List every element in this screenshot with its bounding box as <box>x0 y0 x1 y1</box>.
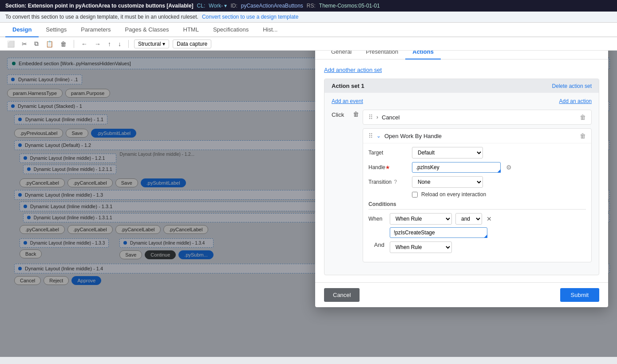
target-row: Target Default Modal Tab <box>368 147 586 158</box>
tab-bar: Design Settings Parameters Pages & Class… <box>0 23 617 37</box>
when-value-row-1 <box>390 227 586 238</box>
tool-frame[interactable]: ⬜ <box>5 40 16 48</box>
separator-2 <box>128 40 129 48</box>
section-title: Section: Extension point in pyActionArea… <box>5 3 194 9</box>
action-item-open-work-header: ⠿ ⌄ Open Work By Handle 🗑 <box>363 129 591 143</box>
tab-settings[interactable]: Settings <box>39 23 74 37</box>
when-remove-btn-1[interactable]: ✕ <box>486 215 493 222</box>
tool-left[interactable]: ← <box>79 40 89 48</box>
tool-delete[interactable]: 🗑 <box>59 40 68 48</box>
conditions-section: Conditions When Wh <box>368 201 586 253</box>
tool-down[interactable]: ↓ <box>116 40 123 48</box>
tool-paste[interactable]: 📋 <box>44 40 55 48</box>
action-set-header: Action set 1 Delete action set <box>324 79 599 93</box>
handle-input[interactable] <box>412 162 501 173</box>
event-trash-icon[interactable]: 🗑 <box>353 110 359 118</box>
when-value-input-1[interactable] <box>390 227 487 238</box>
data-capture-dropdown[interactable]: Data capture <box>173 40 211 48</box>
transition-help-icon: ? <box>394 179 397 185</box>
value-container-1 <box>390 227 487 238</box>
delete-action-set-btn[interactable]: Delete action set <box>552 83 592 89</box>
transition-row: Transition ? None Standard <box>368 176 586 188</box>
tab-hist[interactable]: Hist... <box>256 23 285 37</box>
action-open-work-name: Open Work By Handle <box>384 133 576 139</box>
actions-header-row: Add an event Add an action <box>332 98 592 104</box>
rs-label: RS: <box>307 3 316 9</box>
gear-icon[interactable]: ⚙ <box>506 164 512 171</box>
action-open-work-trash[interactable]: 🗑 <box>580 132 586 139</box>
structural-dropdown[interactable]: Structural ▾ <box>134 40 169 48</box>
submit-button[interactable]: Submit <box>560 288 599 302</box>
tab-html[interactable]: HTML <box>176 23 206 37</box>
tab-general[interactable]: General <box>324 51 359 59</box>
event-row: Click 🗑 ⠿ › Cancel 🗑 <box>332 110 592 266</box>
and-top-row: When Rule Always Never <box>390 241 586 253</box>
cancel-button[interactable]: Cancel <box>324 288 360 302</box>
tool-copy[interactable]: ⧉ <box>32 39 40 48</box>
required-star: ★ <box>385 164 390 170</box>
and-when-controls: When Rule Always Never <box>390 241 586 253</box>
action-item-cancel-header: ⠿ › Cancel 🗑 <box>363 110 591 124</box>
tab-specifications[interactable]: Specifications <box>206 23 256 37</box>
action-cancel-name: Cancel <box>382 114 576 121</box>
convert-link[interactable]: Convert section to use a design template <box>202 14 298 20</box>
when-rule-select-2[interactable]: When Rule Always Never <box>390 241 452 253</box>
and-select-1[interactable]: and or <box>455 213 482 225</box>
tab-design[interactable]: Design <box>5 23 39 37</box>
action-item-open-work-body: Target Default Modal Tab <box>363 143 591 262</box>
chevron-right-icon[interactable]: › <box>376 114 378 120</box>
add-action-link[interactable]: Add an action <box>559 98 592 104</box>
add-event-link[interactable]: Add an event <box>332 98 363 104</box>
tab-actions[interactable]: Actions <box>405 51 441 59</box>
conditions-title: Conditions <box>368 201 586 210</box>
id-value: pyCaseActionAreaButtons <box>241 3 303 9</box>
and-when-row: And When Rule Always Never <box>368 241 586 253</box>
modal-overlay: Cell Properties ✕ Button ⓘ Change Genera… <box>0 51 617 357</box>
action-item-open-work: ⠿ ⌄ Open Work By Handle 🗑 Target <box>363 128 592 262</box>
tab-presentation[interactable]: Presentation <box>359 51 405 59</box>
reload-checkbox[interactable] <box>412 192 418 198</box>
cl-value[interactable]: Work- ▾ <box>209 3 227 9</box>
modal-footer: Cancel Submit <box>315 282 608 307</box>
cl-label: CL: <box>197 3 206 9</box>
tool-cut[interactable]: ✂ <box>20 40 29 48</box>
handle-label: Handle★ <box>368 164 408 170</box>
tool-up[interactable]: ↑ <box>106 40 113 48</box>
tab-pages-classes[interactable]: Pages & Classes <box>118 23 176 37</box>
reload-label: Reload on every interaction <box>421 191 486 198</box>
modal-tabs: General Presentation Actions <box>324 51 599 59</box>
when-label: When <box>368 213 386 222</box>
id-label: ID: <box>230 3 237 9</box>
handle-row: Handle★ ⚙ <box>368 162 586 173</box>
canvas: Embedded section [Work-.pyHarnessHiddenV… <box>0 51 617 357</box>
add-action-set-link[interactable]: Add another action set <box>324 67 382 73</box>
rs-value: Theme-Cosmos:05-01-01 <box>319 3 380 9</box>
tab-parameters[interactable]: Parameters <box>74 23 118 37</box>
action-cancel-trash[interactable]: 🗑 <box>580 114 586 121</box>
top-bar: Section: Extension point in pyActionArea… <box>0 0 617 12</box>
action-set-title: Action set 1 <box>332 83 364 89</box>
when-rule-select-1[interactable]: When Rule Always Never <box>390 213 452 225</box>
action-set-panel: Action set 1 Delete action set Add an ev… <box>324 79 599 275</box>
chevron-down-icon: ▾ <box>162 41 165 47</box>
actions-list: ⠿ › Cancel 🗑 ⠿ <box>363 110 592 266</box>
info-message: To convert this section to use a design … <box>5 14 198 20</box>
transition-label: Transition ? <box>368 179 408 185</box>
target-select[interactable]: Default Modal Tab <box>412 147 483 158</box>
drag-handle-open-work[interactable]: ⠿ <box>368 132 373 139</box>
chevron-down-icon[interactable]: ⌄ <box>376 133 381 139</box>
info-bar: To convert this section to use a design … <box>0 12 617 23</box>
modal-subheader: Button ⓘ Change General Presentation Act… <box>315 51 608 59</box>
when-row: When When Rule Always Never <box>368 213 586 238</box>
reload-row: Reload on every interaction <box>368 191 586 198</box>
when-top-row: When Rule Always Never and <box>390 213 586 225</box>
separator-1 <box>74 40 74 48</box>
transition-select[interactable]: None Standard <box>412 176 483 188</box>
event-label: Click <box>332 110 349 118</box>
modal-body: Add another action set Action set 1 Dele… <box>315 59 608 282</box>
and-label: And <box>368 241 386 248</box>
tool-right[interactable]: → <box>93 40 103 48</box>
drag-handle-cancel[interactable]: ⠿ <box>368 114 373 121</box>
toolbar: ⬜ ✂ ⧉ 📋 🗑 ← → ↑ ↓ Structural ▾ Data capt… <box>0 37 617 51</box>
when-controls: When Rule Always Never and <box>390 213 586 238</box>
